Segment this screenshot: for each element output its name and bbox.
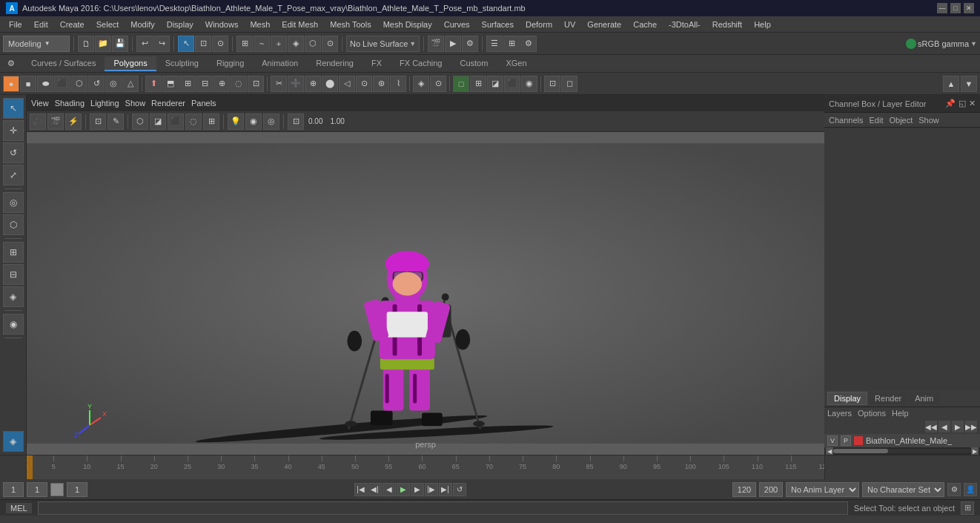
sculpt-btn[interactable]: ⌇ [390, 76, 406, 92]
minimize-button[interactable]: — [937, 3, 947, 13]
lasso-tool-btn[interactable]: ⊡ [195, 36, 211, 52]
script-editor-btn[interactable]: ⊞ [961, 501, 974, 515]
vp-wireframe-btn[interactable]: ⬡ [132, 114, 148, 130]
layer-sb-left[interactable]: ◀ [826, 447, 833, 455]
transport-prev-key[interactable]: ◀| [368, 483, 382, 496]
vp-xray-btn[interactable]: ◎ [263, 114, 279, 130]
render-view-btn[interactable]: ◉ [3, 314, 24, 335]
fill-hole-btn[interactable]: ⬤ [322, 76, 338, 92]
tab-fx-caching[interactable]: FX Caching [391, 56, 451, 71]
frame-start-field[interactable] [3, 482, 24, 497]
cb-menu-channels[interactable]: Channels [829, 116, 863, 125]
layers-menu-help[interactable]: Help [892, 409, 909, 418]
transport-to-end[interactable]: ▶| [439, 483, 452, 496]
anim-layer-selector[interactable]: No Anim Layer [786, 482, 859, 497]
isolate-btn[interactable]: ⊡ [544, 76, 560, 92]
tab-render[interactable]: Render [869, 392, 907, 404]
vp-menu-renderer[interactable]: Renderer [151, 99, 185, 108]
layer-nav-last[interactable]: ▶▶ [965, 421, 977, 432]
append-poly-btn[interactable]: ⊕ [305, 76, 321, 92]
frame-color-box[interactable] [50, 483, 64, 496]
vp-camera-btn[interactable]: 🎥 [30, 114, 46, 130]
snap-curve-btn[interactable]: ~ [254, 36, 270, 52]
vp-shade-tex-btn[interactable]: ⬛ [168, 114, 184, 130]
menu-select[interactable]: Select [90, 19, 125, 30]
menu-generate[interactable]: Generate [581, 19, 627, 30]
layer-color-swatch[interactable] [854, 436, 863, 445]
window-controls[interactable]: — □ ✕ [937, 3, 974, 13]
tab-curves-surfaces[interactable]: Curves / Surfaces [22, 56, 105, 71]
cb-pin-btn[interactable]: 📌 [945, 99, 956, 108]
cb-menu-show[interactable]: Show [918, 116, 939, 125]
layer-nav-first[interactable]: ◀◀ [925, 421, 937, 432]
menu-edit-mesh[interactable]: Edit Mesh [276, 19, 324, 30]
mirror-btn[interactable]: ⊡ [248, 76, 264, 92]
cb-menu-edit[interactable]: Edit [869, 116, 883, 125]
mel-indicator[interactable]: MEL [6, 503, 32, 513]
vp-menu-view[interactable]: View [31, 99, 49, 108]
vp-light-btn[interactable]: 💡 [228, 114, 244, 130]
menu-windows[interactable]: Windows [199, 19, 245, 30]
menu-curves[interactable]: Curves [438, 19, 476, 30]
extrude-btn[interactable]: ⬆ [145, 76, 162, 92]
boolean-btn[interactable]: ⊕ [213, 76, 230, 92]
poly-cube-btn[interactable]: ■ [20, 76, 36, 92]
layer-name[interactable]: Biathlon_Athlete_Male_ [866, 436, 977, 445]
anim-settings-btn[interactable]: ⚙ [947, 483, 961, 496]
layer-playback-toggle[interactable]: P [841, 435, 851, 446]
shade-btn[interactable]: ◪ [487, 76, 503, 92]
cb-close-btn[interactable]: ✕ [969, 99, 976, 108]
quick-layout-btn[interactable]: ◈ [3, 431, 24, 452]
snap-view-btn[interactable]: ◈ [288, 36, 304, 52]
target-weld-btn[interactable]: ⊛ [373, 76, 389, 92]
select-tool-sidebar-btn[interactable]: ↖ [3, 98, 24, 119]
tab-fx[interactable]: FX [362, 56, 391, 71]
merge-btn[interactable]: ⊟ [196, 76, 213, 92]
timeline-ruler[interactable]: 1510152025303540455055606570758085909510… [27, 455, 824, 479]
bridge-btn[interactable]: ⊞ [179, 76, 196, 92]
layer-scrollbar-track[interactable] [833, 449, 971, 453]
frame-input-field[interactable] [67, 482, 87, 497]
wireframe-btn[interactable]: ⊞ [470, 76, 486, 92]
vp-menu-panels[interactable]: Panels [191, 99, 216, 108]
vp-shadow-btn[interactable]: ◉ [245, 114, 262, 130]
undo-btn[interactable]: ↩ [136, 36, 153, 52]
anim-char-btn[interactable]: 👤 [964, 483, 977, 496]
menu-deform[interactable]: Deform [520, 19, 558, 30]
hide-btn[interactable]: ◻ [561, 76, 577, 92]
tab-xgen[interactable]: XGen [497, 56, 535, 71]
snap-btn[interactable]: ◈ [3, 286, 24, 307]
tab-display[interactable]: Display [827, 392, 867, 405]
snap-grid-btn[interactable]: ⊞ [236, 36, 253, 52]
vp-speed-btn[interactable]: ⚡ [65, 114, 82, 130]
menu-redshift[interactable]: Redshift [706, 19, 748, 30]
circularize-btn[interactable]: ⊙ [356, 76, 372, 92]
knife-btn[interactable]: ✂ [271, 76, 287, 92]
bevel-btn[interactable]: ⬒ [162, 76, 179, 92]
menu-modify[interactable]: Modify [125, 19, 160, 30]
menu-edit[interactable]: Edit [28, 19, 54, 30]
vp-film-btn[interactable]: 🎬 [47, 114, 64, 130]
tab-animation[interactable]: Animation [253, 56, 307, 71]
smooth-btn[interactable]: ◌ [231, 76, 247, 92]
tab-rendering[interactable]: Rendering [307, 56, 362, 71]
tab-anim[interactable]: Anim [909, 392, 939, 404]
menu-mesh-display[interactable]: Mesh Display [377, 19, 438, 30]
transport-prev-frame[interactable]: ◀ [383, 483, 396, 496]
poly-disc-btn[interactable]: ⬡ [71, 76, 87, 92]
menu-display[interactable]: Display [161, 19, 199, 30]
live-surface-selector[interactable]: No Live Surface ▼ [346, 36, 420, 52]
select-tool-btn[interactable]: ↖ [178, 36, 194, 52]
show-manip-btn[interactable]: ⬡ [3, 214, 24, 235]
poly-torus-btn[interactable]: ◎ [105, 76, 122, 92]
scroll-up-btn[interactable]: ▲ [943, 76, 959, 92]
menu-create[interactable]: Create [54, 19, 90, 30]
layer-nav-next[interactable]: ▶ [952, 421, 964, 432]
light-btn[interactable]: ◉ [521, 76, 537, 92]
menu-3dtall[interactable]: -3DtoAll- [663, 19, 706, 30]
attr-editor-btn[interactable]: ⊞ [503, 36, 520, 52]
layers-menu-layers[interactable]: Layers [827, 409, 852, 418]
playback-end-field[interactable] [759, 482, 783, 497]
layout-btn[interactable]: ⊞ [3, 242, 24, 263]
transport-to-start[interactable]: |◀ [354, 483, 368, 496]
